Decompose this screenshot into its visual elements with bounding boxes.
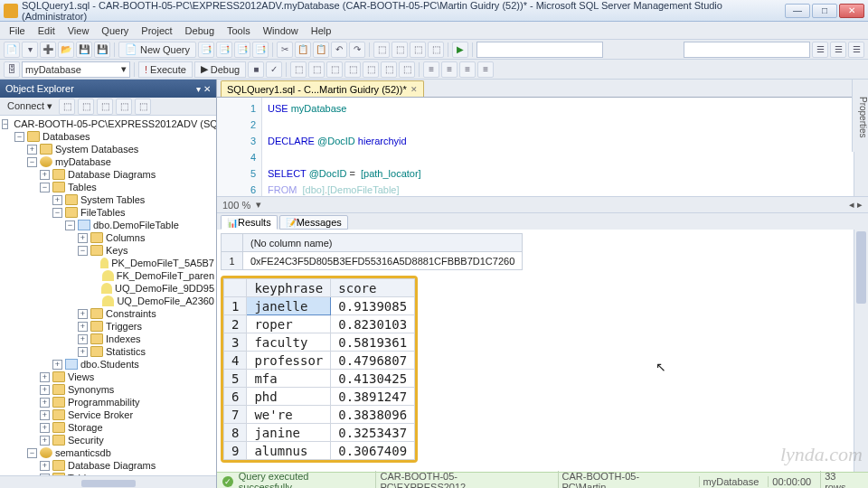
expand-icon[interactable]: + bbox=[52, 195, 62, 205]
oe-tool-1[interactable]: ⬚ bbox=[59, 99, 75, 115]
tree-indexes[interactable]: Indexes bbox=[106, 333, 141, 344]
oe-tree[interactable]: −CAR-BOOTH-05-PC\EXPRESS2012ADV (SQL Ser… bbox=[0, 116, 216, 475]
tree-prog[interactable]: Programmability bbox=[68, 397, 139, 408]
expand-icon[interactable]: + bbox=[78, 334, 88, 344]
code-editor[interactable]: 123456 USE myDatabase DECLARE @DocID hie… bbox=[217, 98, 868, 197]
cell[interactable]: 0.5819361 bbox=[331, 333, 415, 352]
tree-uq1[interactable]: UQ_DemoFile_9DD95 bbox=[115, 283, 214, 294]
result-grid-2[interactable]: keyphrasescore1janelle0.91390852roper0.8… bbox=[223, 278, 415, 460]
db-icon[interactable]: 🗄 bbox=[4, 61, 20, 78]
expand-icon[interactable]: + bbox=[40, 410, 50, 420]
tree-columns[interactable]: Columns bbox=[106, 232, 145, 243]
tb2-3[interactable]: ⬚ bbox=[326, 61, 343, 78]
tb2-9[interactable]: ≡ bbox=[441, 61, 458, 78]
menu-project[interactable]: Project bbox=[136, 23, 177, 38]
oe-scrollbar[interactable] bbox=[0, 475, 216, 488]
hscroll-icon[interactable]: ◂ ▸ bbox=[849, 199, 863, 211]
cell[interactable]: janine bbox=[247, 424, 331, 442]
tree-views[interactable]: Views bbox=[68, 371, 94, 382]
row-header[interactable]: 3 bbox=[224, 333, 247, 352]
expand-icon[interactable]: + bbox=[78, 347, 88, 357]
tb-icon-6[interactable]: ⬚ bbox=[392, 42, 408, 58]
tb-icon-7[interactable]: ⬚ bbox=[410, 42, 426, 58]
row-header[interactable]: 8 bbox=[224, 424, 247, 442]
row-header[interactable]: 4 bbox=[224, 352, 247, 370]
expand-icon[interactable]: − bbox=[52, 208, 62, 218]
add-icon[interactable]: ➕ bbox=[40, 42, 56, 58]
cell[interactable]: 0.3253437 bbox=[331, 424, 415, 442]
tree-pk[interactable]: PK_DemoFileT_5A5B7 bbox=[111, 258, 214, 268]
row-header[interactable]: 5 bbox=[224, 370, 247, 388]
play-icon[interactable]: ▶ bbox=[452, 42, 468, 58]
tree-security[interactable]: Security bbox=[68, 435, 104, 446]
close-button[interactable]: ✕ bbox=[839, 4, 864, 18]
tb-icon-10[interactable]: ☰ bbox=[812, 42, 828, 58]
debug-button[interactable]: ▶Debug bbox=[194, 61, 246, 78]
expand-icon[interactable]: + bbox=[40, 398, 50, 408]
tb2-8[interactable]: ≡ bbox=[423, 61, 439, 78]
menu-window[interactable]: Window bbox=[258, 23, 304, 38]
menu-file[interactable]: File bbox=[4, 23, 31, 38]
expand-icon[interactable]: + bbox=[40, 423, 50, 433]
paste-icon[interactable]: 📋 bbox=[313, 42, 329, 58]
tb-icon-11[interactable]: ☰ bbox=[830, 42, 846, 58]
menu-query[interactable]: Query bbox=[96, 23, 134, 38]
tree-server[interactable]: CAR-BOOTH-05-PC\EXPRESS2012ADV (SQL Ser bbox=[14, 118, 216, 129]
cell[interactable]: 0.8230103 bbox=[331, 315, 415, 333]
oe-tool-5[interactable]: ⬚ bbox=[135, 99, 151, 115]
maximize-button[interactable]: □ bbox=[812, 4, 837, 18]
expand-icon[interactable]: + bbox=[78, 233, 88, 243]
cell[interactable]: alumnus bbox=[247, 442, 331, 460]
tab-close-icon[interactable]: ✕ bbox=[410, 85, 418, 94]
new-query-button[interactable]: 📄 New Query bbox=[118, 42, 196, 58]
cell[interactable]: professor bbox=[247, 352, 331, 370]
expand-icon[interactable]: − bbox=[27, 448, 37, 458]
cell[interactable]: roper bbox=[247, 315, 331, 333]
expand-icon[interactable]: − bbox=[65, 221, 75, 230]
cell[interactable]: 0.3067409 bbox=[331, 442, 415, 460]
open-file-icon[interactable]: 📂 bbox=[58, 42, 74, 58]
tb-icon-3[interactable]: 📑 bbox=[234, 42, 250, 58]
tb-icon-5[interactable]: ⬚ bbox=[373, 42, 390, 58]
solution-combo[interactable] bbox=[476, 42, 603, 58]
expand-icon[interactable]: + bbox=[40, 372, 50, 382]
copy-icon[interactable]: 📋 bbox=[295, 42, 311, 58]
tree-sysdb[interactable]: System Databases bbox=[55, 144, 138, 155]
row-header[interactable]: 7 bbox=[224, 406, 247, 424]
zoom-level[interactable]: 100 % bbox=[222, 200, 250, 211]
save-icon[interactable]: 💾 bbox=[76, 42, 92, 58]
tree-tables[interactable]: Tables bbox=[68, 182, 97, 192]
cell[interactable]: 0.3891247 bbox=[331, 388, 415, 406]
database-combo[interactable]: myDatabase▾ bbox=[22, 61, 130, 78]
expand-icon[interactable]: + bbox=[40, 385, 50, 395]
tb-icon-4[interactable]: 📑 bbox=[252, 42, 269, 58]
cell[interactable]: janelle bbox=[247, 297, 331, 315]
tb2-5[interactable]: ⬚ bbox=[363, 61, 379, 78]
oe-close-icon[interactable]: ▾ ✕ bbox=[196, 84, 211, 94]
tab-messages[interactable]: 📝 Messages bbox=[279, 215, 348, 230]
tb2-1[interactable]: ⬚ bbox=[290, 61, 307, 78]
minimize-button[interactable]: — bbox=[785, 4, 810, 18]
expand-icon[interactable]: − bbox=[14, 132, 24, 142]
menu-tools[interactable]: Tools bbox=[222, 23, 256, 38]
code-body[interactable]: USE myDatabase DECLARE @DocID hierarchyi… bbox=[262, 98, 854, 196]
tab-results[interactable]: 📊 Results bbox=[221, 215, 278, 230]
tree-statistics[interactable]: Statistics bbox=[106, 346, 146, 357]
tree-fk[interactable]: FK_DemoFileT_paren bbox=[117, 270, 214, 281]
row-header[interactable] bbox=[222, 234, 243, 252]
tb2-4[interactable]: ⬚ bbox=[344, 61, 361, 78]
cell[interactable]: mfa bbox=[247, 370, 331, 388]
open-icon[interactable]: ▾ bbox=[22, 42, 38, 58]
find-combo[interactable] bbox=[684, 42, 810, 58]
tb2-10[interactable]: ≡ bbox=[459, 61, 476, 78]
parse-icon[interactable]: ✓ bbox=[266, 61, 282, 78]
tree-sbroker[interactable]: Service Broker bbox=[68, 409, 133, 420]
oe-tool-4[interactable]: ⬚ bbox=[116, 99, 132, 115]
tree-synonyms[interactable]: Synonyms bbox=[68, 384, 114, 395]
tb-icon-12[interactable]: ☰ bbox=[848, 42, 864, 58]
col-header[interactable]: score bbox=[331, 279, 415, 297]
expand-icon[interactable]: − bbox=[2, 119, 8, 129]
cut-icon[interactable]: ✂ bbox=[277, 42, 293, 58]
tb2-2[interactable]: ⬚ bbox=[308, 61, 325, 78]
expand-icon[interactable]: − bbox=[40, 183, 50, 192]
